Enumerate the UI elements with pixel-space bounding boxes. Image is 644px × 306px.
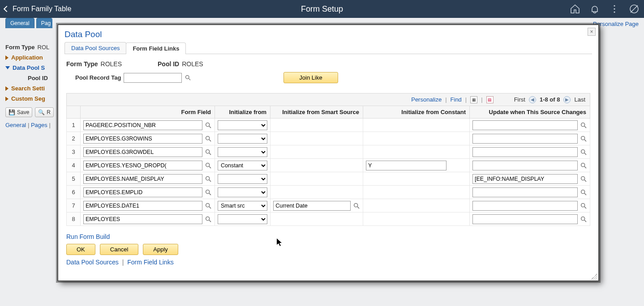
lookup-icon[interactable]: [580, 202, 587, 209]
lookup-icon[interactable]: [205, 122, 212, 129]
save-button[interactable]: 💾Save: [5, 107, 32, 117]
col-update-when[interactable]: Update when This Source Changes: [470, 106, 590, 119]
update-source-input[interactable]: [472, 120, 578, 130]
personalize-link[interactable]: Personalize: [411, 96, 442, 103]
refresh-button[interactable]: 🔍R: [35, 107, 54, 117]
initialize-from-select[interactable]: ConstantSmart src: [218, 147, 267, 157]
update-source-input[interactable]: [472, 174, 578, 184]
prev-icon[interactable]: ◀: [529, 96, 536, 103]
close-icon[interactable]: ×: [588, 28, 596, 36]
data-pool-modal: × Data Pool Data Pool Sources Form Field…: [57, 24, 599, 281]
col-init-const[interactable]: Initialize from Constant: [363, 106, 470, 119]
form-field-input[interactable]: [83, 134, 202, 144]
initialize-from-select[interactable]: ConstantSmart src: [218, 187, 267, 197]
find-link[interactable]: Find: [451, 96, 462, 103]
lookup-icon[interactable]: [205, 149, 212, 156]
form-field-input[interactable]: [83, 201, 202, 211]
row-number: 8: [67, 212, 81, 226]
lookup-icon[interactable]: [185, 74, 191, 81]
col-init-smart[interactable]: Initialize from Smart Source: [270, 106, 363, 119]
update-source-input[interactable]: [472, 201, 578, 211]
back-button[interactable]: Form Family Table: [4, 5, 71, 13]
next-icon[interactable]: ▶: [563, 96, 571, 103]
form-field-input[interactable]: [83, 120, 202, 130]
smart-source-input[interactable]: [273, 201, 351, 211]
lookup-icon[interactable]: [205, 202, 212, 209]
bell-icon[interactable]: [589, 4, 600, 14]
personalize-page-link[interactable]: Personalize Page: [593, 21, 639, 27]
tab-data-pool-sources[interactable]: Data Pool Sources: [64, 42, 126, 54]
update-source-input[interactable]: [472, 214, 578, 224]
bg-link-general[interactable]: General: [5, 122, 26, 128]
lookup-icon[interactable]: [580, 162, 587, 169]
table-row: 4ConstantSmart src: [67, 159, 590, 172]
form-field-input[interactable]: [83, 147, 202, 157]
bottom-link-links[interactable]: Form Field Links: [127, 259, 173, 266]
resize-handle-icon[interactable]: [591, 273, 597, 280]
lookup-icon[interactable]: [580, 135, 587, 142]
ok-button[interactable]: OK: [66, 244, 95, 255]
lookup-icon[interactable]: [580, 216, 587, 223]
bg-tab-general[interactable]: General: [5, 18, 34, 28]
table-row: 2ConstantSmart src: [67, 132, 590, 145]
bg-tabs: General Pag: [5, 18, 52, 28]
svg-line-4: [631, 5, 638, 13]
lookup-icon[interactable]: [205, 162, 212, 169]
join-like-button[interactable]: Join Like: [283, 72, 338, 83]
bottom-link-sources[interactable]: Data Pool Sources: [66, 259, 119, 266]
pool-record-tag-input[interactable]: [124, 73, 182, 83]
tab-form-field-links[interactable]: Form Field Links: [126, 42, 186, 54]
initialize-from-select[interactable]: ConstantSmart src: [218, 201, 267, 211]
row-number: 2: [67, 132, 81, 145]
last-link[interactable]: Last: [574, 96, 585, 103]
initialize-from-select[interactable]: ConstantSmart src: [218, 214, 267, 224]
form-field-input[interactable]: [83, 214, 202, 224]
lookup-icon[interactable]: [205, 216, 212, 223]
lookup-icon[interactable]: [580, 149, 587, 156]
initialize-from-select[interactable]: ConstantSmart src: [218, 174, 267, 184]
initialize-from-select[interactable]: ConstantSmart src: [218, 120, 267, 130]
lookup-icon[interactable]: [205, 189, 212, 196]
svg-point-11: [206, 136, 210, 140]
bg-tab-pages[interactable]: Pag: [36, 18, 52, 28]
compass-icon[interactable]: [629, 4, 640, 14]
lookup-icon[interactable]: [353, 202, 360, 209]
lookup-icon[interactable]: [205, 175, 212, 183]
update-source-input[interactable]: [472, 161, 578, 170]
run-form-build-link[interactable]: Run Form Build: [66, 233, 110, 240]
constant-input[interactable]: [366, 161, 447, 170]
form-field-input[interactable]: [83, 187, 202, 197]
kebab-menu-icon[interactable]: [609, 4, 620, 14]
svg-point-9: [581, 123, 585, 126]
svg-line-12: [209, 140, 211, 141]
pool-id-label: Pool ID: [158, 60, 179, 68]
initialize-from-select[interactable]: ConstantSmart src: [218, 134, 267, 144]
disk-icon: 💾: [9, 109, 15, 115]
form-field-input[interactable]: [83, 174, 202, 184]
lookup-icon[interactable]: [205, 135, 212, 142]
col-init-from[interactable]: Initialize from: [215, 106, 270, 119]
first-link[interactable]: First: [514, 96, 525, 103]
apply-button[interactable]: Apply: [143, 244, 178, 255]
pool-record-tag-label: Pool Record Tag: [75, 74, 121, 81]
home-icon[interactable]: [570, 4, 580, 14]
form-field-input[interactable]: [83, 161, 202, 170]
lookup-icon[interactable]: [580, 189, 587, 196]
initialize-from-select[interactable]: ConstantSmart src: [218, 161, 267, 170]
col-rownum: [67, 106, 81, 119]
lookup-icon[interactable]: [580, 122, 587, 129]
svg-line-10: [584, 126, 586, 128]
page-title: Form Setup: [301, 4, 343, 14]
table-row: 1ConstantSmart src: [67, 119, 590, 132]
cancel-button[interactable]: Cancel: [100, 244, 138, 255]
update-source-input[interactable]: [472, 134, 578, 144]
col-form-field[interactable]: Form Field: [81, 106, 215, 119]
view-all-icon[interactable]: ▦: [470, 96, 477, 103]
download-icon[interactable]: ▤: [486, 96, 494, 103]
bg-link-pages[interactable]: Pages: [31, 122, 47, 128]
svg-point-23: [206, 176, 210, 180]
lookup-icon[interactable]: [580, 175, 587, 183]
pool-id-value: ROLES: [182, 60, 203, 68]
update-source-input[interactable]: [472, 187, 578, 197]
update-source-input[interactable]: [472, 147, 578, 157]
